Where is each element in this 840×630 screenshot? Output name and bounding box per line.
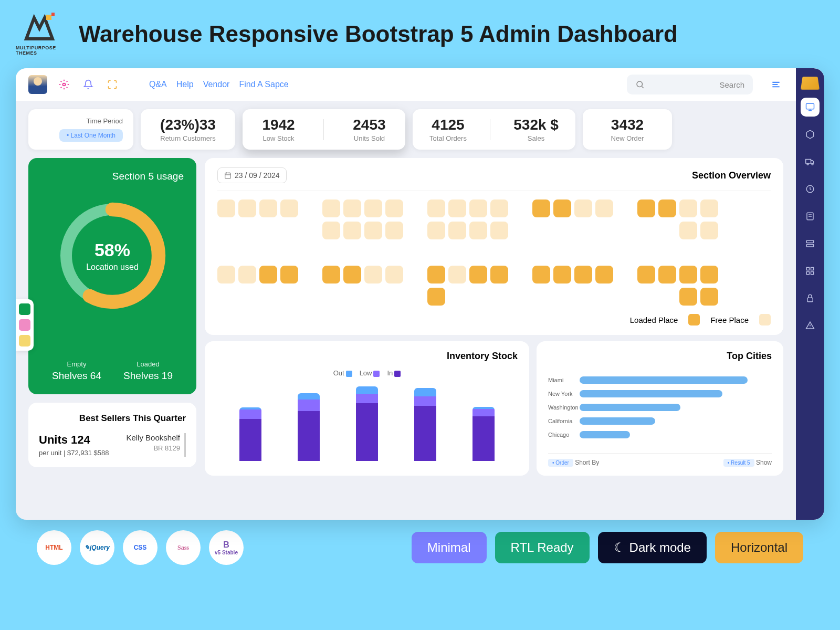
rail-apps[interactable] [801, 261, 820, 280]
show-badge[interactable]: • Result 5 [723, 459, 754, 467]
overview-cell[interactable] [343, 288, 361, 306]
overview-cell[interactable] [448, 222, 466, 239]
overview-cell[interactable] [259, 200, 277, 217]
overview-cell[interactable] [238, 266, 256, 284]
overview-cell[interactable] [427, 288, 445, 306]
overview-cell[interactable] [511, 244, 529, 261]
overview-cell[interactable] [427, 244, 445, 261]
overview-cell[interactable] [532, 222, 550, 239]
overview-cell[interactable] [448, 244, 466, 261]
search-input[interactable]: Search [627, 75, 753, 94]
bell-icon[interactable] [81, 77, 96, 92]
overview-cell[interactable] [490, 288, 508, 306]
overview-cell[interactable] [595, 200, 613, 217]
overview-cell[interactable] [532, 200, 550, 217]
overview-cell[interactable] [595, 266, 613, 284]
overview-cell[interactable] [574, 244, 592, 261]
overview-cell[interactable] [343, 222, 361, 239]
overview-cell[interactable] [616, 222, 634, 239]
overview-cell[interactable] [427, 200, 445, 217]
overview-cell[interactable] [469, 244, 487, 261]
overview-cell[interactable] [301, 244, 319, 261]
overview-cell[interactable] [553, 266, 571, 284]
overview-cell[interactable] [679, 222, 697, 239]
overview-cell[interactable] [280, 266, 298, 284]
overview-cell[interactable] [385, 222, 403, 239]
overview-cell[interactable] [301, 266, 319, 284]
overview-cell[interactable] [259, 244, 277, 261]
overview-cell[interactable] [385, 288, 403, 306]
side-action-buy[interactable] [19, 303, 30, 315]
overview-cell[interactable] [217, 222, 235, 239]
overview-cell[interactable] [406, 266, 424, 284]
overview-cell[interactable] [511, 266, 529, 284]
overview-cell[interactable] [343, 200, 361, 217]
rail-products[interactable] [801, 125, 820, 144]
overview-cell[interactable] [616, 200, 634, 217]
rail-lock[interactable] [801, 289, 820, 308]
overview-cell[interactable] [490, 200, 508, 217]
gear-icon[interactable] [57, 77, 71, 92]
nav-find-space[interactable]: Find A Sapce [239, 80, 288, 89]
overview-cell[interactable] [679, 200, 697, 217]
overview-cell[interactable] [385, 244, 403, 261]
overview-cell[interactable] [616, 244, 634, 261]
overview-cell[interactable] [532, 266, 550, 284]
overview-cell[interactable] [448, 200, 466, 217]
overview-cell[interactable] [448, 266, 466, 284]
overview-cell[interactable] [490, 266, 508, 284]
overview-cell[interactable] [469, 288, 487, 306]
overview-cell[interactable] [511, 222, 529, 239]
overview-cell[interactable] [301, 222, 319, 239]
overview-cell[interactable] [427, 266, 445, 284]
overview-cell[interactable] [259, 222, 277, 239]
overview-cell[interactable] [574, 200, 592, 217]
overview-cell[interactable] [595, 244, 613, 261]
overview-cell[interactable] [637, 244, 655, 261]
nav-qa[interactable]: Q&A [149, 80, 167, 89]
overview-cell[interactable] [406, 200, 424, 217]
pill-dark[interactable]: ☾Dark mode [598, 532, 707, 563]
shortby-badge[interactable]: • Order [548, 459, 573, 467]
overview-cell[interactable] [217, 288, 235, 306]
overview-cell[interactable] [469, 200, 487, 217]
overview-cell[interactable] [280, 288, 298, 306]
overview-cell[interactable] [469, 222, 487, 239]
overview-cell[interactable] [364, 200, 382, 217]
overview-date-picker[interactable]: 23 / 09 / 2024 [217, 167, 287, 183]
overview-cell[interactable] [553, 222, 571, 239]
overview-cell[interactable] [658, 244, 676, 261]
fullscreen-icon[interactable] [105, 77, 120, 92]
pill-rtl[interactable]: RTL Ready [495, 532, 590, 563]
pill-horizontal[interactable]: Horizontal [715, 532, 803, 563]
overview-cell[interactable] [637, 266, 655, 284]
overview-cell[interactable] [553, 288, 571, 306]
overview-cell[interactable] [364, 244, 382, 261]
overview-cell[interactable] [259, 266, 277, 284]
pill-minimal[interactable]: Minimal [412, 532, 487, 563]
overview-cell[interactable] [322, 266, 340, 284]
overview-cell[interactable] [238, 222, 256, 239]
overview-cell[interactable] [427, 222, 445, 239]
overview-cell[interactable] [595, 222, 613, 239]
overview-cell[interactable] [322, 244, 340, 261]
overview-cell[interactable] [280, 222, 298, 239]
overview-cell[interactable] [679, 266, 697, 284]
overview-cell[interactable] [532, 288, 550, 306]
overview-cell[interactable] [217, 244, 235, 261]
overview-cell[interactable] [658, 266, 676, 284]
overview-cell[interactable] [448, 288, 466, 306]
overview-cell[interactable] [406, 288, 424, 306]
overview-cell[interactable] [679, 288, 697, 306]
overview-cell[interactable] [322, 222, 340, 239]
overview-cell[interactable] [574, 288, 592, 306]
overview-cell[interactable] [238, 200, 256, 217]
rail-dashboard[interactable] [801, 98, 820, 117]
overview-cell[interactable] [637, 222, 655, 239]
overview-cell[interactable] [406, 244, 424, 261]
overview-cell[interactable] [238, 288, 256, 306]
overview-cell[interactable] [490, 222, 508, 239]
overview-cell[interactable] [280, 244, 298, 261]
overview-cell[interactable] [679, 244, 697, 261]
overview-cell[interactable] [637, 200, 655, 217]
